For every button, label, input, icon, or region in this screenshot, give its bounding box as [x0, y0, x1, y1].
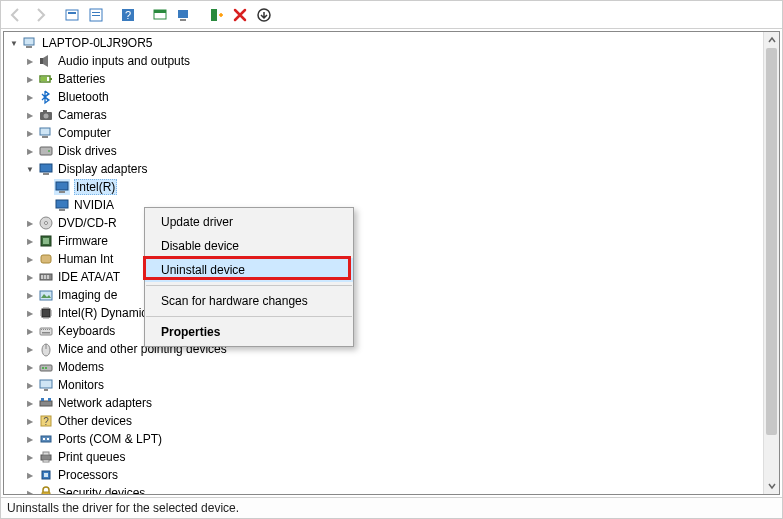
more-actions-button[interactable]	[253, 4, 275, 26]
tree-category[interactable]: IDE ATA/AT	[4, 268, 779, 286]
expand-toggle[interactable]	[24, 487, 36, 495]
expand-toggle[interactable]	[24, 55, 36, 67]
svg-rect-23	[42, 136, 48, 138]
uninstall-button[interactable]	[229, 4, 251, 26]
expand-toggle[interactable]	[24, 235, 36, 247]
tree-category[interactable]: Display adapters	[4, 160, 779, 178]
tree-category[interactable]: Keyboards	[4, 322, 779, 340]
tree-category[interactable]: Processors	[4, 466, 779, 484]
svg-rect-41	[40, 291, 52, 300]
scan-hardware-button[interactable]	[173, 4, 195, 26]
svg-point-53	[42, 367, 44, 369]
tree-category[interactable]: Monitors	[4, 376, 779, 394]
workarea: LAPTOP-0LJR9OR5Audio inputs and outputsB…	[1, 29, 782, 498]
tree-category[interactable]: Ports (COM & LPT)	[4, 430, 779, 448]
toolbar-separator	[197, 4, 203, 26]
tree-item-label: Print queues	[58, 450, 125, 464]
display-icon	[38, 161, 54, 177]
dvd-icon	[38, 215, 54, 231]
tree-item-label: Computer	[58, 126, 111, 140]
expand-toggle[interactable]	[24, 91, 36, 103]
show-hidden-devices-button[interactable]	[61, 4, 83, 26]
back-button[interactable]	[5, 4, 27, 26]
tree-item-label: IDE ATA/AT	[58, 270, 120, 284]
expand-toggle[interactable]	[24, 163, 36, 175]
expand-toggle[interactable]	[24, 217, 36, 229]
ide-icon	[38, 269, 54, 285]
expand-toggle[interactable]	[24, 415, 36, 427]
expand-toggle[interactable]	[24, 145, 36, 157]
scroll-up-button[interactable]	[764, 32, 779, 48]
view-button[interactable]	[149, 4, 171, 26]
add-legacy-button[interactable]	[205, 4, 227, 26]
expand-toggle[interactable]	[24, 325, 36, 337]
expand-toggle[interactable]	[24, 433, 36, 445]
expand-toggle[interactable]	[24, 127, 36, 139]
tree-category[interactable]: Print queues	[4, 448, 779, 466]
scroll-track[interactable]	[764, 48, 779, 478]
tree-category[interactable]: ?Other devices	[4, 412, 779, 430]
expand-toggle[interactable]	[24, 361, 36, 373]
device-tree[interactable]: LAPTOP-0LJR9OR5Audio inputs and outputsB…	[3, 31, 780, 495]
scroll-thumb[interactable]	[766, 48, 777, 435]
svg-rect-68	[43, 460, 49, 462]
tree-device[interactable]: Intel(R)	[4, 178, 779, 196]
camera-icon	[38, 107, 54, 123]
tree-category[interactable]: Computer	[4, 124, 779, 142]
tree-category[interactable]: Firmware	[4, 232, 779, 250]
context-menu-item[interactable]: Properties	[145, 320, 353, 344]
svg-rect-0	[66, 10, 78, 20]
tree-category[interactable]: Imaging de	[4, 286, 779, 304]
expand-toggle[interactable]	[24, 109, 36, 121]
expand-toggle[interactable]	[24, 73, 36, 85]
tree-category[interactable]: Batteries	[4, 70, 779, 88]
expand-toggle[interactable]	[24, 451, 36, 463]
svg-text:?: ?	[125, 9, 131, 21]
expand-toggle[interactable]	[8, 37, 20, 49]
tree-category[interactable]: Human Int	[4, 250, 779, 268]
speaker-icon	[38, 53, 54, 69]
svg-point-20	[44, 114, 49, 119]
svg-rect-13	[24, 38, 34, 45]
tree-category[interactable]: Bluetooth	[4, 88, 779, 106]
expand-toggle[interactable]	[24, 253, 36, 265]
context-menu-item[interactable]: Scan for hardware changes	[145, 289, 353, 313]
vertical-scrollbar[interactable]	[763, 32, 779, 494]
battery-icon	[38, 71, 54, 87]
tree-category[interactable]: Network adapters	[4, 394, 779, 412]
svg-rect-21	[43, 110, 47, 112]
tree-category[interactable]: Cameras	[4, 106, 779, 124]
printer-icon	[38, 449, 54, 465]
expand-toggle[interactable]	[24, 379, 36, 391]
forward-button[interactable]	[29, 4, 51, 26]
expand-toggle[interactable]	[24, 397, 36, 409]
tree-category[interactable]: Audio inputs and outputs	[4, 52, 779, 70]
monitor-icon	[38, 377, 54, 393]
expand-toggle[interactable]	[24, 343, 36, 355]
tree-category[interactable]: Mice and other pointing devices	[4, 340, 779, 358]
scroll-down-button[interactable]	[764, 478, 779, 494]
svg-rect-18	[41, 77, 47, 81]
tree-category[interactable]: DVD/CD-R	[4, 214, 779, 232]
expand-toggle[interactable]	[24, 307, 36, 319]
properties-button[interactable]	[85, 4, 107, 26]
context-menu-item[interactable]: Update driver	[145, 210, 353, 234]
tree-category[interactable]: Security devices	[4, 484, 779, 495]
context-menu-item[interactable]: Uninstall device	[145, 258, 353, 282]
expand-toggle[interactable]	[24, 469, 36, 481]
context-menu-item[interactable]: Disable device	[145, 234, 353, 258]
svg-rect-9	[178, 10, 188, 18]
tree-category[interactable]: Modems	[4, 358, 779, 376]
help-button[interactable]: ?	[117, 4, 139, 26]
svg-rect-22	[40, 128, 50, 135]
svg-rect-66	[41, 455, 51, 460]
tree-category[interactable]: Disk drives	[4, 142, 779, 160]
expand-toggle[interactable]	[24, 271, 36, 283]
tree-item-label: Processors	[58, 468, 118, 482]
expand-toggle[interactable]	[24, 289, 36, 301]
context-menu-separator	[146, 316, 352, 317]
tree-root[interactable]: LAPTOP-0LJR9OR5	[4, 34, 779, 52]
tree-item-label: DVD/CD-R	[58, 216, 117, 230]
tree-device[interactable]: NVIDIA	[4, 196, 779, 214]
tree-category[interactable]: Intel(R) Dynamic Platform and Thermal Fr…	[4, 304, 779, 322]
